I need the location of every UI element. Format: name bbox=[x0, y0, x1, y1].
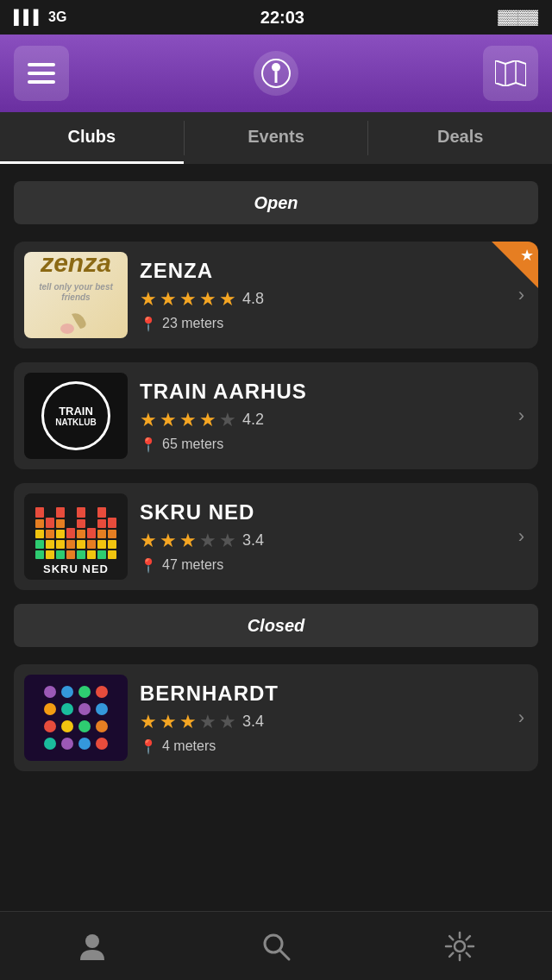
location-icon-zenza: 📍 bbox=[140, 316, 157, 332]
star-2: ★ bbox=[160, 711, 177, 733]
logo-icon bbox=[261, 59, 291, 88]
tab-clubs[interactable]: Clubs bbox=[0, 112, 184, 164]
profile-icon bbox=[77, 931, 108, 962]
club-name-zenza: ZENZA bbox=[140, 259, 506, 283]
star-3: ★ bbox=[179, 288, 197, 311]
svg-rect-2 bbox=[28, 80, 55, 84]
club-name-bernhardt: BERNHARDT bbox=[140, 682, 506, 706]
status-bar: ▌▌▌ 3G 22:03 ▓▓▓▓ bbox=[0, 0, 552, 35]
svg-point-9 bbox=[60, 324, 74, 334]
star-3: ★ bbox=[179, 530, 197, 552]
location-icon-skru: 📍 bbox=[140, 557, 157, 574]
location-icon-train: 📍 bbox=[140, 437, 157, 453]
star-4: ★ bbox=[199, 409, 216, 431]
chevron-skru: › bbox=[518, 525, 528, 548]
star-2: ★ bbox=[160, 409, 177, 431]
menu-button[interactable] bbox=[14, 46, 69, 101]
star-4: ★ bbox=[199, 288, 216, 311]
svg-point-10 bbox=[85, 934, 99, 948]
tab-events[interactable]: Events bbox=[185, 112, 368, 164]
svg-marker-6 bbox=[495, 60, 526, 86]
chevron-train: › bbox=[518, 405, 528, 427]
tabs-bar: Clubs Events Deals bbox=[0, 112, 552, 164]
battery-indicator: ▓▓▓▓ bbox=[498, 9, 538, 25]
rating-zenza: 4.8 bbox=[242, 290, 264, 308]
svg-line-12 bbox=[280, 951, 289, 959]
distance-bernhardt: 📍 4 meters bbox=[140, 738, 506, 755]
svg-point-4 bbox=[272, 63, 280, 72]
club-image-zenza: zenza tell only your best friends bbox=[24, 252, 128, 338]
club-name-train: TRAIN AARHUS bbox=[140, 380, 506, 404]
club-stars-zenza: ★ ★ ★ ★ ★ 4.8 bbox=[140, 288, 506, 311]
star-3: ★ bbox=[179, 711, 197, 733]
closed-section-label[interactable]: Closed bbox=[14, 604, 538, 647]
distance-train: 📍 65 meters bbox=[140, 437, 506, 453]
settings-icon bbox=[444, 931, 475, 962]
network-type: 3G bbox=[48, 9, 66, 25]
club-card-bernhardt[interactable]: BERNHARDT ★ ★ ★ ★ ★ 3.4 📍 4 meters › bbox=[14, 664, 538, 771]
chevron-bernhardt: › bbox=[518, 707, 528, 729]
distance-skru: 📍 47 meters bbox=[140, 557, 506, 574]
club-stars-train: ★ ★ ★ ★ ★ 4.2 bbox=[140, 409, 506, 431]
club-card-skru[interactable]: SKRU NED SKRU NED ★ ★ ★ ★ ★ 3.4 📍 47 met… bbox=[14, 483, 538, 590]
featured-star-icon: ★ bbox=[520, 246, 534, 265]
star-2: ★ bbox=[160, 530, 177, 552]
hamburger-icon bbox=[28, 63, 55, 84]
star-2: ★ bbox=[160, 288, 177, 311]
signal-bars: ▌▌▌ bbox=[14, 9, 43, 25]
tab-deals[interactable]: Deals bbox=[368, 112, 552, 164]
nav-settings[interactable] bbox=[444, 931, 475, 962]
signal-info: ▌▌▌ 3G bbox=[14, 9, 66, 25]
club-info-train: TRAIN AARHUS ★ ★ ★ ★ ★ 4.2 📍 65 meters bbox=[128, 380, 518, 453]
club-stars-bernhardt: ★ ★ ★ ★ ★ 3.4 bbox=[140, 711, 506, 733]
header bbox=[0, 35, 552, 112]
club-name-skru: SKRU NED bbox=[140, 500, 506, 525]
club-info-bernhardt: BERNHARDT ★ ★ ★ ★ ★ 3.4 📍 4 meters bbox=[128, 682, 518, 755]
skru-bars bbox=[35, 499, 116, 559]
chevron-zenza: › bbox=[518, 284, 528, 306]
star-3: ★ bbox=[179, 409, 197, 431]
status-time: 22:03 bbox=[260, 8, 304, 28]
star-5-empty: ★ bbox=[219, 409, 236, 431]
zenza-art bbox=[59, 310, 93, 336]
star-1: ★ bbox=[140, 288, 157, 311]
location-icon-bernhardt: 📍 bbox=[140, 738, 157, 755]
club-image-train: TRAIN NATKLUB bbox=[24, 373, 128, 459]
rating-train: 4.2 bbox=[242, 411, 264, 429]
star-1: ★ bbox=[140, 711, 157, 733]
search-icon bbox=[260, 931, 292, 962]
club-image-bernhardt bbox=[24, 675, 128, 761]
map-icon bbox=[495, 60, 526, 86]
star-1: ★ bbox=[140, 409, 157, 431]
map-button[interactable] bbox=[483, 46, 538, 101]
open-section-label[interactable]: Open bbox=[14, 181, 538, 224]
club-info-zenza: ZENZA ★ ★ ★ ★ ★ 4.8 📍 23 meters bbox=[128, 259, 518, 332]
rating-bernhardt: 3.4 bbox=[242, 713, 264, 731]
bernhardt-art bbox=[37, 679, 115, 757]
club-info-skru: SKRU NED ★ ★ ★ ★ ★ 3.4 📍 47 meters bbox=[128, 500, 518, 574]
svg-point-13 bbox=[455, 941, 465, 952]
rating-skru: 3.4 bbox=[242, 531, 264, 550]
nav-search[interactable] bbox=[260, 931, 292, 962]
club-image-skru: SKRU NED bbox=[24, 493, 128, 580]
star-4-empty: ★ bbox=[199, 530, 216, 552]
svg-rect-0 bbox=[28, 63, 55, 66]
star-5: ★ bbox=[219, 288, 236, 311]
star-4-empty: ★ bbox=[199, 711, 216, 733]
star-1: ★ bbox=[140, 530, 157, 552]
content-area: Open zenza tell only your best friends Z… bbox=[0, 164, 552, 889]
app-logo bbox=[254, 51, 298, 96]
star-5-empty: ★ bbox=[219, 530, 236, 552]
star-5-empty: ★ bbox=[219, 711, 236, 733]
skru-text: SKRU NED bbox=[43, 562, 109, 575]
club-card-zenza[interactable]: zenza tell only your best friends ZENZA … bbox=[14, 242, 538, 349]
bottom-navigation bbox=[0, 911, 552, 980]
distance-zenza: 📍 23 meters bbox=[140, 316, 506, 332]
club-card-train[interactable]: TRAIN NATKLUB TRAIN AARHUS ★ ★ ★ ★ ★ 4.2… bbox=[14, 362, 538, 469]
nav-profile[interactable] bbox=[77, 931, 108, 962]
club-stars-skru: ★ ★ ★ ★ ★ 3.4 bbox=[140, 530, 506, 552]
svg-rect-1 bbox=[28, 72, 55, 75]
